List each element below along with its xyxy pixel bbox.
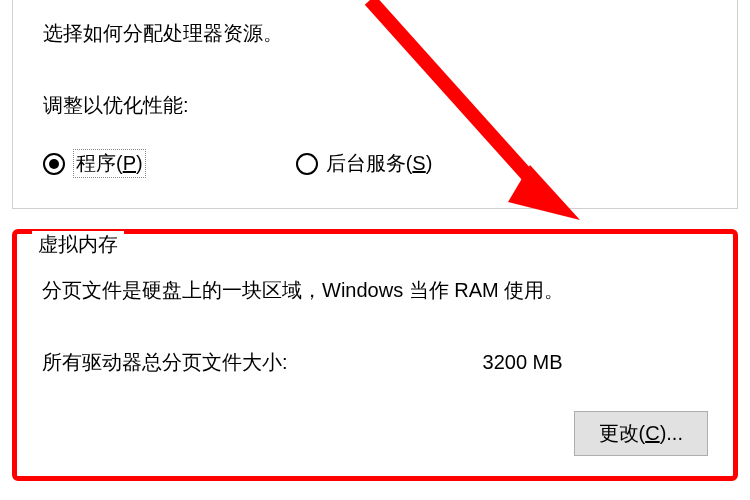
- paging-file-size-value: 3200 MB: [483, 351, 563, 374]
- paging-file-size-row: 所有驱动器总分页文件大小: 3200 MB: [42, 349, 708, 376]
- radio-background-label: 后台服务(S): [326, 150, 433, 177]
- processor-scheduling-section: 选择如何分配处理器资源。 调整以优化性能: 程序(P) 后台服务(S): [12, 0, 738, 209]
- radio-group: 程序(P) 后台服务(S): [43, 149, 707, 178]
- button-row: 更改(C)...: [42, 411, 708, 456]
- processor-description: 选择如何分配处理器资源。: [43, 20, 707, 47]
- radio-background-circle: [296, 153, 318, 175]
- radio-programs-circle: [43, 153, 65, 175]
- radio-background-services[interactable]: 后台服务(S): [296, 150, 433, 177]
- radio-programs-label: 程序(P): [73, 149, 146, 178]
- virtual-memory-section: 虚拟内存 分页文件是硬盘上的一块区域，Windows 当作 RAM 使用。 所有…: [12, 229, 738, 481]
- change-button[interactable]: 更改(C)...: [574, 411, 708, 456]
- virtual-memory-description: 分页文件是硬盘上的一块区域，Windows 当作 RAM 使用。: [42, 277, 708, 304]
- adjust-label: 调整以优化性能:: [43, 92, 707, 119]
- virtual-memory-title: 虚拟内存: [32, 231, 124, 258]
- radio-programs[interactable]: 程序(P): [43, 149, 146, 178]
- paging-file-size-label: 所有驱动器总分页文件大小:: [42, 349, 288, 376]
